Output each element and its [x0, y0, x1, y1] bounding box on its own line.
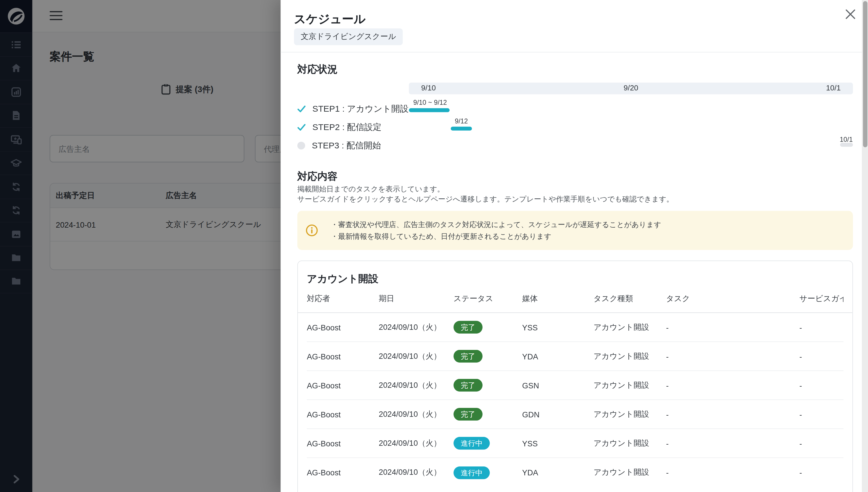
- cell-owner: AG-Boost: [307, 380, 379, 390]
- close-icon: [844, 8, 856, 20]
- th-task: タスク: [666, 294, 799, 304]
- step-1-label: STEP1 : アカウント開設: [312, 103, 408, 115]
- step-3-label: STEP3 : 配信開始: [312, 140, 381, 152]
- pending-circle-icon: [297, 142, 305, 150]
- th-status: ステータス: [453, 294, 522, 304]
- cell-task-type: アカウント開設: [594, 322, 666, 332]
- notice-line-1: ・審査状況や代理店、広告主側のタスク対応状況によって、スケジュールが遅延すること…: [331, 219, 661, 230]
- task-row: AG-Boost 2024/09/10（火） 完了 YSS アカウント開設 - …: [307, 313, 844, 342]
- notice-box: ・審査状況や代理店、広告主側のタスク対応状況によって、スケジュールが遅延すること…: [297, 211, 853, 250]
- cell-due: 2024/09/10（火）: [379, 468, 453, 478]
- cell-owner: AG-Boost: [307, 468, 379, 477]
- cell-media: YSS: [522, 439, 594, 448]
- status-badge: 完了: [453, 408, 482, 421]
- task-row: AG-Boost 2024/09/10（火） 完了 YDA アカウント開設 - …: [307, 342, 844, 371]
- cell-guide: -: [799, 380, 844, 390]
- task-row: AG-Boost 2024/09/10（火） 進行中 YSS アカウント開設 -…: [307, 429, 844, 458]
- cell-due: 2024/09/10（火）: [379, 322, 453, 332]
- cell-owner: AG-Boost: [307, 323, 379, 331]
- description-line-2: サービスガイドをクリックするとヘルプページへ遷移します。テンプレートや作業手順を…: [297, 194, 674, 204]
- cell-guide: -: [799, 352, 844, 361]
- schedule-drawer: スケジュール 文京ドライビングスクール 対応状況 9/10 9/20 10/1 …: [281, 0, 868, 492]
- step-3-date-label: 10/1: [838, 136, 854, 143]
- check-icon: [297, 123, 306, 131]
- cell-media: GSN: [522, 380, 594, 390]
- step-2-gantt-bar: [451, 127, 472, 131]
- cell-status: 完了: [453, 350, 522, 363]
- cell-task-type: アカウント開設: [594, 468, 666, 478]
- th-guide: サービスガイド: [799, 294, 844, 304]
- check-icon: [297, 105, 306, 112]
- cell-guide: -: [799, 323, 844, 331]
- cell-media: YDA: [522, 352, 594, 361]
- cell-guide: -: [799, 410, 844, 419]
- status-badge: 完了: [453, 321, 482, 334]
- cell-due: 2024/09/10（火）: [379, 438, 453, 448]
- step-3-gantt-bar: [840, 143, 853, 147]
- header-divider: [281, 52, 868, 52]
- step-1-gantt-bar: [409, 108, 450, 112]
- cell-task: -: [666, 380, 799, 390]
- info-icon: [306, 224, 318, 237]
- cell-guide: -: [799, 439, 844, 448]
- cell-due: 2024/09/10（火）: [379, 380, 453, 390]
- status-badge: 完了: [453, 379, 482, 392]
- cell-task: -: [666, 468, 799, 477]
- task-card-title: アカウント開設: [307, 272, 844, 286]
- cell-task-type: アカウント開設: [594, 438, 666, 448]
- status-badge: 進行中: [453, 466, 490, 479]
- cell-task-type: アカウント開設: [594, 380, 666, 390]
- status-section-heading: 対応状況: [297, 63, 338, 76]
- cell-owner: AG-Boost: [307, 352, 379, 361]
- task-row: AG-Boost 2024/09/10（火） 完了 GSN アカウント開設 - …: [307, 371, 844, 400]
- th-task-type: タスク種類: [594, 294, 666, 304]
- content-section-heading: 対応内容: [297, 170, 338, 183]
- axis-label-end: 10/1: [826, 84, 841, 92]
- timeline-axis: 9/10 9/20 10/1: [409, 83, 853, 94]
- cell-task: -: [666, 352, 799, 361]
- app-root: 案件一覧 提案 (3件) 出稿予定日 広告主名 2024-10-01 文京ドライ…: [0, 0, 868, 492]
- th-media: 媒体: [522, 294, 594, 304]
- description-line-1: 掲載開始日までのタスクを表示しています。: [297, 184, 444, 194]
- task-table-header: 対応者 期日 ステータス 媒体 タスク種類 タスク サービスガイド: [307, 286, 844, 312]
- page-scrollbar-thumb[interactable]: [863, 1, 867, 147]
- axis-label-start: 9/10: [421, 84, 436, 92]
- cell-task-type: アカウント開設: [594, 351, 666, 361]
- task-row: AG-Boost 2024/09/10（火） 進行中 YDA アカウント開設 -…: [307, 458, 844, 487]
- cell-status: 完了: [453, 379, 522, 392]
- axis-label-mid: 9/20: [623, 84, 638, 92]
- th-owner: 対応者: [307, 294, 379, 304]
- step-row-3: STEP3 : 配信開始: [297, 141, 381, 151]
- cell-media: YDA: [522, 468, 594, 477]
- cell-task: -: [666, 439, 799, 448]
- step-1-date-label: 9/10 ~ 9/12: [409, 99, 451, 106]
- cell-task: -: [666, 410, 799, 419]
- cell-status: 進行中: [453, 466, 522, 479]
- cell-owner: AG-Boost: [307, 410, 379, 419]
- cell-due: 2024/09/10（火）: [379, 351, 453, 361]
- close-button[interactable]: [842, 5, 859, 22]
- notice-line-2: ・最新情報を取得しているため、日付が更新されることがあります: [331, 230, 661, 242]
- cell-status: 完了: [453, 321, 522, 334]
- status-badge: 完了: [453, 350, 482, 363]
- cell-status: 完了: [453, 408, 522, 421]
- step-row-1: STEP1 : アカウント開設: [297, 104, 408, 114]
- status-badge: 進行中: [453, 437, 490, 450]
- cell-media: GDN: [522, 410, 594, 419]
- cell-task: -: [666, 323, 799, 331]
- cell-task-type: アカウント開設: [594, 409, 666, 419]
- cell-status: 進行中: [453, 437, 522, 450]
- step-2-label: STEP2 : 配信設定: [312, 121, 381, 133]
- page-scrollbar-track[interactable]: [862, 0, 868, 492]
- account-setup-card: アカウント開設 対応者 期日 ステータス 媒体 タスク種類 タスク サービスガイ…: [297, 261, 853, 492]
- cell-guide: -: [799, 468, 844, 477]
- task-row: AG-Boost 2024/09/10（火） 完了 GDN アカウント開設 - …: [307, 400, 844, 429]
- step-row-2: STEP2 : 配信設定: [297, 122, 382, 132]
- client-chip: 文京ドライビングスクール: [294, 28, 403, 45]
- step-2-date-label: 9/12: [447, 117, 476, 125]
- cell-due: 2024/09/10（火）: [379, 409, 453, 419]
- cell-media: YSS: [522, 323, 594, 331]
- th-due: 期日: [379, 294, 453, 304]
- cell-owner: AG-Boost: [307, 439, 379, 448]
- drawer-title: スケジュール: [294, 11, 366, 27]
